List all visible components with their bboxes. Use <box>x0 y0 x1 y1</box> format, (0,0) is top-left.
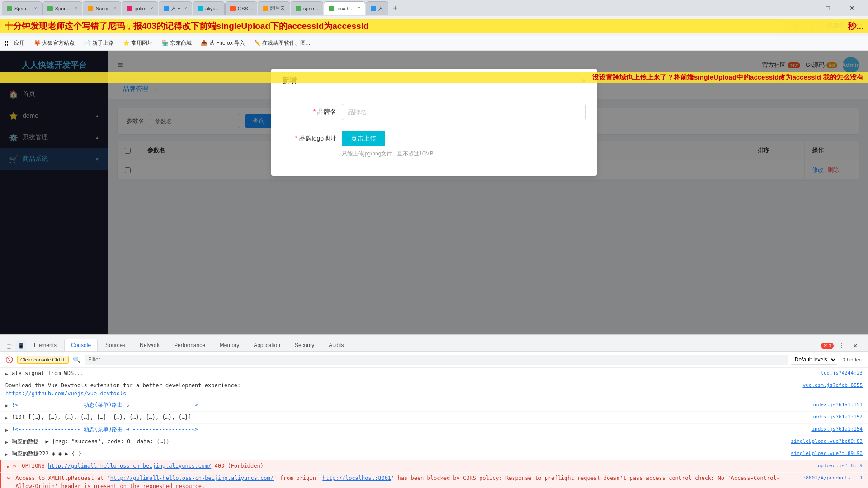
console-line-response2: ▶ 响应的数据222 ◉ ◉ ▶ {…} singleUpload.vue?t-… <box>0 448 868 460</box>
expand-icon[interactable]: ▶ <box>5 402 8 410</box>
tab-network[interactable]: Network <box>133 339 166 351</box>
console-source[interactable]: singleUpload.vue?t-89:90 <box>791 450 863 458</box>
console-source[interactable]: index.js?61a1:154 <box>811 425 863 433</box>
app-area: 人人快速开发平台 🏠 首页 ⭐ demo ▲ ⚙️ 系统管理 ▲ <box>0 51 868 334</box>
modal-title: 新增 <box>282 76 297 85</box>
tab-label: 人 <box>378 5 383 12</box>
bookmark-bar: ⣿ 应用 🦊 火狐官方站点 📄 新手上路 ⭐ 常用网址 🏪 京东商城 📥 从 F… <box>0 36 868 51</box>
vue-devtools-link[interactable]: https://github.com/vuejs/vue-devtools <box>5 390 126 397</box>
brand-logo-label: * 品牌logo地址 <box>282 135 336 143</box>
bookmark-apps[interactable]: 应用 <box>10 38 28 48</box>
browser-tab-aliyun[interactable]: 阿里云 <box>258 1 290 15</box>
expand-icon[interactable]: ▶ <box>5 370 8 378</box>
console-text: Access to XMLHttpRequest at 'http://guli… <box>15 474 799 488</box>
brand-name-label-text: 品牌名 <box>317 108 336 115</box>
browser-tab-oss[interactable]: OSS... <box>225 1 257 15</box>
bookmark-import[interactable]: 📥 从 Firefox 导入 <box>197 38 249 48</box>
tab-favicon <box>371 6 376 11</box>
console-text: OPTIONS http://gulimall-hello.oss-cn-bei… <box>22 462 264 470</box>
expand-icon[interactable]: ▶ <box>5 450 8 459</box>
minimize-button[interactable]: — <box>793 1 814 15</box>
reload-button[interactable]: ↻ <box>38 20 51 33</box>
maximize-button[interactable]: □ <box>817 1 838 15</box>
expand-icon[interactable]: ▶ <box>5 426 8 434</box>
cors-url[interactable]: http://gulimall-hello.oss-cn-beijing.ali… <box>110 475 274 481</box>
browser-tab-spring1[interactable]: Sprin... × <box>2 1 42 15</box>
back-button[interactable]: ← <box>5 20 18 33</box>
bookmark-draw[interactable]: ✏️ 在线绘图软件、图... <box>250 38 314 48</box>
bookmark-firefox[interactable]: 🦊 火狐官方站点 <box>30 38 78 48</box>
filter-button[interactable]: 🔍 <box>71 354 82 365</box>
devtools-close-button[interactable]: ✕ <box>850 340 861 351</box>
address-input[interactable] <box>54 19 786 33</box>
browser-tab-spring2[interactable]: Sprin... × <box>42 1 83 15</box>
console-line-response1: ▶ 响应的数据 ▶ {msg: "success", code: 0, data… <box>0 436 868 448</box>
browser-tab-people[interactable]: 人 + × <box>159 1 192 15</box>
brand-name-input[interactable] <box>342 104 586 120</box>
devtools-button[interactable]: 已暂停 <box>824 21 848 31</box>
tab-close-icon[interactable]: × <box>358 6 360 11</box>
tab-close-icon[interactable]: × <box>75 6 78 11</box>
time-display: 15:2 <box>853 23 863 29</box>
console-line-route-s: ▶ !<------------------- 动态(菜单)路由 s -----… <box>0 399 868 412</box>
bookmark-newuser[interactable]: 📄 新手上路 <box>80 38 117 48</box>
close-button[interactable]: ✕ <box>842 1 863 15</box>
browser-tab-localhost[interactable]: localh... × <box>324 1 365 15</box>
level-selector[interactable]: Default levels Verbose Info Warnings Err… <box>791 355 837 365</box>
console-source[interactable]: upload.js? 8. 9 <box>818 462 863 470</box>
console-source[interactable]: log.js?4244:23 <box>821 369 863 377</box>
console-source[interactable]: singleUpload.vue?bc89:83 <box>791 437 863 446</box>
forward-button[interactable]: → <box>22 20 34 33</box>
browser-tab-aliyu[interactable]: aliyu... <box>193 1 225 15</box>
tab-close-icon[interactable]: × <box>114 6 117 11</box>
tab-performance[interactable]: Performance <box>167 339 212 351</box>
browser-tab-spring3[interactable]: sprin... <box>291 1 323 15</box>
tab-memory[interactable]: Memory <box>213 339 246 351</box>
apps-icon[interactable]: ⣿ <box>5 40 9 47</box>
tab-application[interactable]: Application <box>247 339 287 351</box>
tab-close-icon[interactable]: × <box>151 6 153 11</box>
tab-elements[interactable]: Elements <box>27 339 63 351</box>
console-line-route-e: ▶ !<------------------- 动态(菜单)路由 e -----… <box>0 424 868 436</box>
console-line-array: ▶ (10) [{…}, {…}, {…}, {…}, {…}, {…}, {…… <box>0 412 868 424</box>
tab-security[interactable]: Security <box>288 339 321 351</box>
console-source[interactable]: index.js?61a1:151 <box>811 401 863 409</box>
tab-close-icon[interactable]: × <box>34 6 37 11</box>
origin-url[interactable]: http://localhost:8001 <box>322 475 391 481</box>
upload-button[interactable]: 点击上传 <box>342 131 385 146</box>
bookmark-button[interactable]: ☆ <box>790 20 802 33</box>
console-source[interactable]: vue.esm.js?efeb:8555 <box>803 381 863 389</box>
error-icon: ✕ <box>823 343 827 349</box>
devtools-more-button[interactable]: ⋮ <box>836 340 847 351</box>
required-mark: * <box>313 108 317 115</box>
tab-close-icon[interactable]: × <box>184 6 187 11</box>
devtools-inspect-button[interactable]: ⬚ <box>4 340 14 351</box>
browser-tab-nacos[interactable]: Nacos × <box>83 1 121 15</box>
error-count-badge: ✕ 3 <box>821 343 834 349</box>
bookmark-common[interactable]: ⭐ 常用网址 <box>119 38 156 48</box>
error-triangle[interactable]: ▶ <box>7 463 9 471</box>
tab-favicon <box>164 6 169 11</box>
console-line-devtools: Download the Vue Devtools extension for … <box>0 380 868 399</box>
modal-header: 新增 × <box>271 69 597 93</box>
clear-console-button[interactable]: 🚫 <box>4 354 14 365</box>
devtools-tabs: ⬚ 📱 Elements Console Sources Network Per… <box>0 335 868 352</box>
tab-audits[interactable]: Audits <box>322 339 350 351</box>
tab-sources[interactable]: Sources <box>99 339 132 351</box>
error-url[interactable]: http://gulimall-hello.oss-cn-beijing.ali… <box>48 463 211 469</box>
devtools-mobile-button[interactable]: 📱 <box>15 340 26 351</box>
browser-tab-person[interactable]: 人 <box>366 1 388 15</box>
browser-tab-bar: Sprin... × Sprin... × Nacos × gulim × 人 … <box>0 0 868 16</box>
bookmark-jd[interactable]: 🏪 京东商城 <box>158 38 195 48</box>
filter-input[interactable] <box>85 355 788 365</box>
expand-icon[interactable]: ▶ <box>5 438 8 446</box>
brand-logo-row: * 品牌logo地址 点击上传 <box>282 131 586 146</box>
console-source[interactable]: index.js?61a1:152 <box>811 413 863 421</box>
console-source-cors[interactable]: :8001/#/product-...1 <box>803 474 863 482</box>
browser-tab-gulim[interactable]: gulim × <box>122 1 158 15</box>
settings-button[interactable]: ⋮ <box>806 20 819 33</box>
tab-console[interactable]: Console <box>64 339 98 351</box>
new-tab-button[interactable]: + <box>389 2 401 14</box>
expand-icon[interactable]: ▶ <box>5 414 8 422</box>
modal-close-button[interactable]: × <box>582 77 586 85</box>
